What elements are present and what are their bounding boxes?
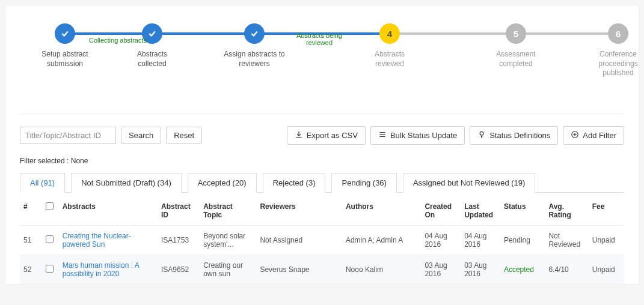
cell-reviewers: Severus Snape — [256, 255, 342, 285]
cell-title: Mars human mission : A possibility in 20… — [59, 255, 158, 285]
col-created: Created On — [421, 196, 461, 226]
row-checkbox[interactable] — [46, 235, 54, 243]
cell-topic: Creating our own sun — [200, 255, 256, 285]
cell-row-num: 51 — [20, 226, 42, 255]
cell-select — [42, 255, 58, 285]
stepper-caption: Collecting abstracts — [89, 37, 147, 44]
check-icon — [55, 23, 75, 44]
plus-icon — [571, 130, 579, 140]
divider — [20, 113, 624, 114]
cell-row-num: 52 — [20, 255, 42, 285]
filter-value: None — [71, 157, 88, 165]
stepper-caption: Abstracts being reviewed — [292, 32, 346, 46]
step-number-current: 4 — [379, 23, 400, 44]
col-abstracts: Abstracts — [59, 196, 158, 226]
status-definitions-button[interactable]: Status Definitions — [470, 126, 558, 145]
status-tabs: All (91) Not Submitted (Draft) (34) Acce… — [20, 172, 624, 193]
step-4: 4 Abstracts reviewed — [363, 23, 417, 68]
step-label: Assign abstracts to reviewers — [221, 50, 287, 68]
step-number: 5 — [506, 23, 526, 44]
list-icon — [378, 130, 387, 140]
button-label: Bulk Status Update — [390, 131, 457, 140]
step-number: 6 — [608, 23, 628, 44]
cell-created: 03 Aug 2016 — [421, 255, 461, 285]
check-icon — [244, 23, 265, 44]
col-topic: Abstract Topic — [200, 196, 256, 226]
cell-rating: 6.4/10 — [545, 255, 588, 285]
tab-accepted[interactable]: Accepted (20) — [188, 173, 257, 193]
button-label: Export as CSV — [307, 131, 358, 140]
step-6: 6 Conference proceedings published — [585, 23, 644, 78]
cell-status: Accepted — [500, 255, 545, 285]
search-button[interactable]: Search — [121, 127, 161, 144]
toolbar: Search Reset Export as CSV Bulk Status U… — [20, 126, 624, 145]
cell-topic: Beyond solar system'... — [200, 226, 256, 255]
step-label: Abstracts collected — [125, 50, 179, 68]
row-checkbox[interactable] — [46, 265, 54, 273]
col-updated: Last Updated — [461, 196, 500, 226]
table-header-row: # Abstracts Abstract ID Abstract Topic R… — [20, 196, 624, 226]
abstract-title-link[interactable]: Creating the Nuclear-powered Sun — [63, 232, 131, 249]
tab-all[interactable]: All (91) — [20, 173, 65, 193]
abstract-title-link[interactable]: Mars human mission : A possibility in 20… — [63, 261, 139, 278]
tab-assigned[interactable]: Assigned but Not Reviewed (19) — [403, 173, 535, 193]
col-row-num: # — [20, 196, 42, 226]
cell-abstract-id: ISA9652 — [158, 255, 200, 285]
export-csv-button[interactable]: Export as CSV — [287, 126, 366, 145]
col-fee: Fee — [589, 196, 624, 226]
col-status: Status — [500, 196, 545, 226]
tab-not-submitted[interactable]: Not Submitted (Draft) (34) — [71, 173, 182, 193]
cell-abstract-id: ISA1753 — [158, 226, 200, 255]
step-label: Assessment completed — [486, 50, 546, 68]
step-1: Setup abstract submission — [32, 23, 98, 68]
abstracts-table: # Abstracts Abstract ID Abstract Topic R… — [20, 196, 624, 284]
table-row: 51Creating the Nuclear-powered SunISA175… — [20, 226, 624, 255]
step-3: Assign abstracts to reviewers — [221, 23, 287, 68]
step-label: Setup abstract submission — [32, 50, 98, 68]
cell-fee: Unpaid — [589, 255, 624, 285]
add-filter-button[interactable]: Add Filter — [563, 126, 624, 145]
table-row: 52Mars human mission : A possibility in … — [20, 255, 624, 285]
progress-stepper: Setup abstract submission Abstracts coll… — [20, 23, 624, 101]
lightbulb-icon — [477, 130, 486, 140]
step-label: Conference proceedings published — [585, 50, 644, 78]
bulk-status-button[interactable]: Bulk Status Update — [370, 126, 465, 145]
col-rating: Avg. Rating — [545, 196, 588, 226]
cell-updated: 03 Aug 2016 — [461, 255, 500, 285]
cell-title: Creating the Nuclear-powered Sun — [59, 226, 158, 255]
page-card: Setup abstract submission Abstracts coll… — [5, 5, 639, 285]
step-5: 5 Assessment completed — [486, 23, 546, 68]
col-reviewers: Reviewers — [256, 196, 342, 226]
tab-rejected[interactable]: Rejected (3) — [263, 173, 326, 193]
reset-button[interactable]: Reset — [166, 127, 202, 144]
filter-selected-line: Filter selected : None — [20, 157, 624, 165]
cell-select — [42, 226, 58, 255]
cell-reviewers: Not Assigned — [256, 226, 342, 255]
search-input[interactable] — [20, 127, 116, 144]
svg-point-3 — [480, 131, 483, 135]
cell-authors: Nooo Kalim — [342, 255, 422, 285]
button-label: Add Filter — [583, 131, 616, 140]
cell-authors: Admin A; Admin A — [342, 226, 422, 255]
step-label: Abstracts reviewed — [363, 50, 417, 68]
tab-pending[interactable]: Pending (36) — [331, 173, 396, 193]
button-label: Status Definitions — [489, 131, 550, 140]
filter-label: Filter selected : — [20, 157, 69, 165]
download-icon — [295, 130, 303, 140]
step-2: Abstracts collected — [125, 23, 179, 68]
select-all-checkbox[interactable] — [46, 202, 54, 210]
cell-updated: 04 Aug 2016 — [461, 226, 500, 255]
cell-rating: Not Reviewed — [545, 226, 588, 255]
col-abstract-id: Abstract ID — [158, 196, 200, 226]
cell-created: 04 Aug 2016 — [421, 226, 461, 255]
col-authors: Authors — [342, 196, 422, 226]
col-select-all — [42, 196, 58, 226]
cell-status: Pending — [500, 226, 545, 255]
cell-fee: Unpaid — [589, 226, 624, 255]
